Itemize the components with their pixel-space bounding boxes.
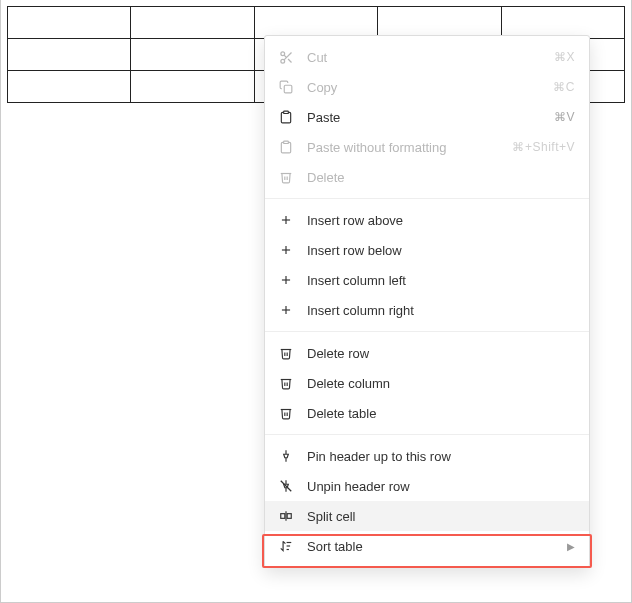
menu-label: Delete table bbox=[307, 406, 575, 421]
menu-label: Copy bbox=[307, 80, 545, 95]
menu-label: Pin header up to this row bbox=[307, 449, 575, 464]
menu-label: Insert row above bbox=[307, 213, 575, 228]
menu-item-unpin-header[interactable]: Unpin header row bbox=[265, 471, 589, 501]
menu-item-insert-col-right[interactable]: Insert column right bbox=[265, 295, 589, 325]
menu-item-pin-header[interactable]: Pin header up to this row bbox=[265, 441, 589, 471]
paste-icon bbox=[277, 108, 295, 126]
menu-item-delete[interactable]: Delete bbox=[265, 162, 589, 192]
menu-item-paste-unformatted[interactable]: Paste without formatting ⌘+Shift+V bbox=[265, 132, 589, 162]
menu-label: Delete row bbox=[307, 346, 575, 361]
table-cell[interactable] bbox=[8, 39, 131, 71]
table-cell[interactable] bbox=[8, 7, 131, 39]
menu-divider bbox=[265, 331, 589, 332]
menu-item-paste[interactable]: Paste ⌘V bbox=[265, 102, 589, 132]
context-menu: Cut ⌘X Copy ⌘C Paste ⌘V bbox=[264, 35, 590, 568]
menu-shortcut: ⌘+Shift+V bbox=[512, 140, 575, 154]
svg-line-4 bbox=[284, 55, 286, 57]
table-cell[interactable] bbox=[501, 7, 624, 39]
menu-label: Paste bbox=[307, 110, 546, 125]
trash-icon bbox=[277, 374, 295, 392]
svg-line-3 bbox=[288, 59, 291, 62]
table-cell[interactable] bbox=[254, 7, 377, 39]
svg-point-0 bbox=[280, 51, 284, 55]
unpin-icon bbox=[277, 477, 295, 495]
plus-icon bbox=[277, 271, 295, 289]
sort-icon bbox=[277, 537, 295, 555]
menu-item-delete-table[interactable]: Delete table bbox=[265, 398, 589, 428]
table-cell[interactable] bbox=[131, 39, 254, 71]
svg-rect-5 bbox=[284, 85, 292, 93]
trash-icon bbox=[277, 404, 295, 422]
menu-item-copy[interactable]: Copy ⌘C bbox=[265, 72, 589, 102]
pin-icon bbox=[277, 447, 295, 465]
app-frame: Cut ⌘X Copy ⌘C Paste ⌘V bbox=[0, 0, 632, 603]
menu-item-cut[interactable]: Cut ⌘X bbox=[265, 42, 589, 72]
menu-label: Insert column left bbox=[307, 273, 575, 288]
menu-item-insert-col-left[interactable]: Insert column left bbox=[265, 265, 589, 295]
plus-icon bbox=[277, 241, 295, 259]
trash-icon bbox=[277, 344, 295, 362]
menu-shortcut: ⌘C bbox=[553, 80, 575, 94]
menu-item-sort-table[interactable]: Sort table ▶ bbox=[265, 531, 589, 561]
menu-divider bbox=[265, 434, 589, 435]
table-cell[interactable] bbox=[8, 71, 131, 103]
menu-item-delete-row[interactable]: Delete row bbox=[265, 338, 589, 368]
menu-label: Delete bbox=[307, 170, 575, 185]
copy-icon bbox=[277, 78, 295, 96]
menu-label: Cut bbox=[307, 50, 546, 65]
menu-item-insert-row-below[interactable]: Insert row below bbox=[265, 235, 589, 265]
svg-rect-6 bbox=[284, 111, 289, 113]
paste-plain-icon bbox=[277, 138, 295, 156]
svg-point-1 bbox=[280, 59, 284, 63]
plus-icon bbox=[277, 301, 295, 319]
svg-rect-18 bbox=[287, 514, 291, 519]
menu-item-insert-row-above[interactable]: Insert row above bbox=[265, 205, 589, 235]
menu-label: Insert row below bbox=[307, 243, 575, 258]
menu-label: Unpin header row bbox=[307, 479, 575, 494]
chevron-right-icon: ▶ bbox=[567, 541, 575, 552]
menu-item-split-cell[interactable]: Split cell bbox=[265, 501, 589, 531]
menu-label: Split cell bbox=[307, 509, 575, 524]
menu-label: Delete column bbox=[307, 376, 575, 391]
menu-label: Sort table bbox=[307, 539, 559, 554]
menu-shortcut: ⌘V bbox=[554, 110, 575, 124]
scissors-icon bbox=[277, 48, 295, 66]
menu-label: Paste without formatting bbox=[307, 140, 504, 155]
menu-label: Insert column right bbox=[307, 303, 575, 318]
table-cell[interactable] bbox=[378, 7, 501, 39]
menu-item-delete-col[interactable]: Delete column bbox=[265, 368, 589, 398]
menu-divider bbox=[265, 198, 589, 199]
svg-rect-7 bbox=[284, 141, 289, 143]
plus-icon bbox=[277, 211, 295, 229]
table-cell[interactable] bbox=[131, 71, 254, 103]
menu-shortcut: ⌘X bbox=[554, 50, 575, 64]
table-cell[interactable] bbox=[131, 7, 254, 39]
trash-icon bbox=[277, 168, 295, 186]
split-cell-icon bbox=[277, 507, 295, 525]
table-row[interactable] bbox=[8, 7, 625, 39]
svg-rect-17 bbox=[281, 514, 285, 519]
